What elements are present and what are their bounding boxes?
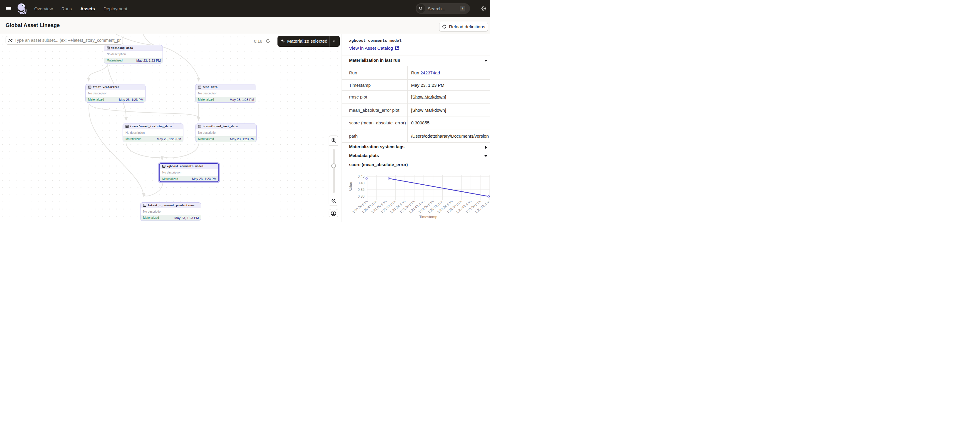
svg-text:0.40: 0.40 [358,181,364,185]
svg-text:0.45: 0.45 [358,174,364,178]
svg-text:0.35: 0.35 [358,188,364,192]
svg-text:Value: Value [348,182,353,191]
svg-text:Timestamp: Timestamp [419,215,437,219]
svg-text:0.30: 0.30 [358,194,364,199]
